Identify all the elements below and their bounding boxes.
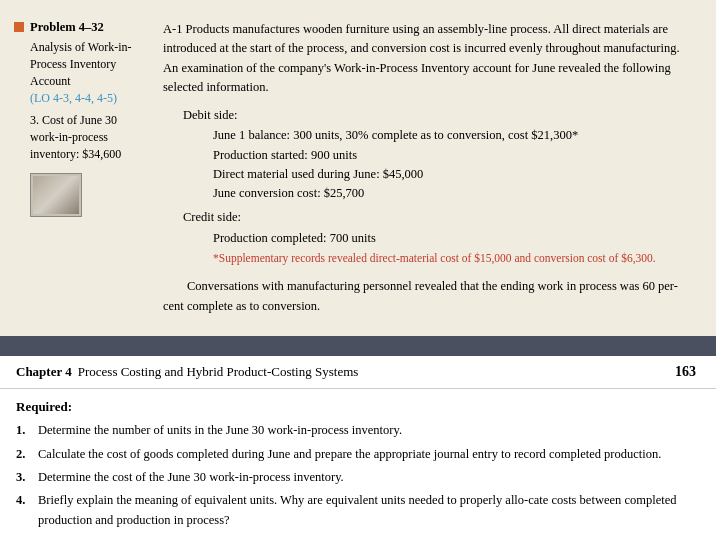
top-section: Problem 4–32 Analysis of Work-in-Process… xyxy=(0,0,716,336)
problem-label-row: Problem 4–32 xyxy=(14,20,143,35)
list-text-1: Determine the number of units in the Jun… xyxy=(38,421,696,440)
list-num-1: 1. xyxy=(16,421,30,440)
list-text-3: Determine the cost of the June 30 work-i… xyxy=(38,468,696,487)
debit-item-1: June 1 balance: 300 units, 30% complete … xyxy=(213,126,696,145)
footnote-middle: and conversion cost of xyxy=(512,252,622,264)
list-item: 3. Determine the cost of the June 30 wor… xyxy=(16,468,696,487)
debit-header: Debit side: xyxy=(183,106,696,125)
required-section: Required: 1. Determine the number of uni… xyxy=(0,389,716,544)
list-num-4: 4. xyxy=(16,491,30,530)
list-text-2: Calculate the cost of goods completed du… xyxy=(38,445,696,464)
debit-item-3: Direct material used during June: $45,00… xyxy=(213,165,696,184)
bottom-section: Chapter 4 Process Costing and Hybrid Pro… xyxy=(0,356,716,544)
list-item: 2. Calculate the cost of goods completed… xyxy=(16,445,696,464)
chapter-title: Process Costing and Hybrid Product-Costi… xyxy=(78,364,359,380)
page-number: 163 xyxy=(675,364,696,380)
problem-subtitle: Analysis of Work-in-Process Inventory Ac… xyxy=(30,39,143,89)
conversation-text: Conversations with manufacturing personn… xyxy=(163,277,696,316)
list-num-2: 2. xyxy=(16,445,30,464)
footnote-suffix: . xyxy=(653,252,656,264)
main-content: A-1 Products manufactures wooden furnitu… xyxy=(155,12,716,324)
thumbnail-inner xyxy=(33,176,79,214)
chapter-bold: Chapter 4 xyxy=(16,364,72,380)
sidebar: Problem 4–32 Analysis of Work-in-Process… xyxy=(0,12,155,324)
chapter-header: Chapter 4 Process Costing and Hybrid Pro… xyxy=(0,356,716,389)
orange-square-icon xyxy=(14,22,24,32)
list-num-3: 3. xyxy=(16,468,30,487)
footnote-amount1: $15,000 xyxy=(474,252,511,264)
thumbnail-image xyxy=(30,173,82,217)
credit-header: Credit side: xyxy=(183,208,696,227)
chapter-left: Chapter 4 Process Costing and Hybrid Pro… xyxy=(16,364,358,380)
lo-label: (LO 4-3, 4-4, 4-5) xyxy=(30,91,143,106)
list-item: 4. Briefly explain the meaning of equiva… xyxy=(16,491,696,530)
footnote-prefix: *Supplementary records revealed direct-m… xyxy=(213,252,474,264)
divider-band xyxy=(0,336,716,356)
debit-item-2: Production started: 900 units xyxy=(213,146,696,165)
page-container: Problem 4–32 Analysis of Work-in-Process… xyxy=(0,0,716,544)
debit-item-4: June conversion cost: $25,700 xyxy=(213,184,696,203)
cost-info: 3. Cost of June 30 work-in-process inven… xyxy=(30,112,143,162)
list-item: 1. Determine the number of units in the … xyxy=(16,421,696,440)
debit-credit-section: Debit side: June 1 balance: 300 units, 3… xyxy=(183,106,696,268)
intro-text: A-1 Products manufactures wooden furnitu… xyxy=(163,20,696,98)
problem-title: Problem 4–32 xyxy=(30,20,104,35)
list-text-4: Briefly explain the meaning of equivalen… xyxy=(38,491,696,530)
footnote-amount2: $6,300 xyxy=(621,252,653,264)
footnote: *Supplementary records revealed direct-m… xyxy=(213,250,696,267)
required-list: 1. Determine the number of units in the … xyxy=(16,421,696,530)
required-label: Required: xyxy=(16,399,696,415)
credit-item-1: Production completed: 700 units xyxy=(213,229,696,248)
